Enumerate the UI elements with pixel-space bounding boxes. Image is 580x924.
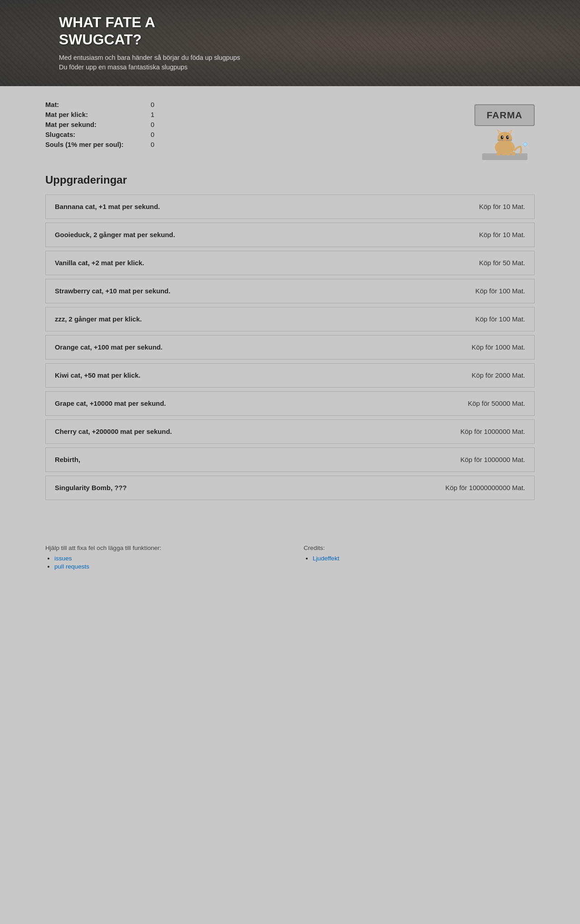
stat-row-souls: Souls (1% mer per soul): 0 <box>45 140 155 150</box>
upgrade-price: Köp för 2000 Mat. <box>472 372 525 379</box>
upgrade-item[interactable]: Kiwi cat, +50 mat per klick.Köp för 2000… <box>45 363 535 388</box>
header: WHAT FATE A SWUGCAT? Med entusiasm och b… <box>0 0 580 86</box>
svg-rect-16 <box>497 152 500 156</box>
upgrade-name: Bannana cat, +1 mat per sekund. <box>55 203 160 210</box>
upgrade-name: Kiwi cat, +50 mat per klick. <box>55 372 140 379</box>
upgrade-name: Rebirth, <box>55 456 80 463</box>
footer: Hjälp till att fixa fel och lägga till f… <box>0 531 580 585</box>
mat-per-sekund-label: Mat per sekund: <box>45 120 151 130</box>
upgrade-price: Köp för 1000000 Mat. <box>460 428 525 435</box>
mat-value: 0 <box>151 100 155 110</box>
upgrade-item[interactable]: Orange cat, +100 mat per sekund.Köp för … <box>45 335 535 360</box>
upgrade-item[interactable]: Grape cat, +10000 mat per sekund.Köp för… <box>45 391 535 416</box>
stats-section: Mat: 0 Mat per klick: 1 Mat per sekund: … <box>45 100 535 160</box>
stat-row-slugcats: Slugcats: 0 <box>45 130 155 140</box>
upgrade-item[interactable]: Cherry cat, +200000 mat per sekund.Köp f… <box>45 419 535 444</box>
stats-table: Mat: 0 Mat per klick: 1 Mat per sekund: … <box>45 100 155 150</box>
footer-credits: Credits: Ljudeffekt <box>304 545 535 571</box>
upgrade-price: Köp för 100 Mat. <box>475 316 525 323</box>
footer-link-item: pull requests <box>54 563 276 570</box>
upgrade-price: Köp för 1000000 Mat. <box>460 456 525 463</box>
svg-point-2 <box>498 132 512 145</box>
upgrade-price: Köp för 10 Mat. <box>479 203 525 210</box>
upgrade-name: Vanilla cat, +2 mat per klick. <box>55 259 144 267</box>
footer-help: Hjälp till att fixa fel och lägga till f… <box>45 545 276 571</box>
svg-point-9 <box>502 136 503 138</box>
upgrade-price: Köp för 10 Mat. <box>479 231 525 238</box>
mat-label: Mat: <box>45 100 151 110</box>
svg-point-11 <box>504 140 506 141</box>
farm-area: FARMA <box>474 104 535 160</box>
main-content: Mat: 0 Mat per klick: 1 Mat per sekund: … <box>0 86 580 517</box>
mat-per-sekund-value: 0 <box>151 120 155 130</box>
upgrade-price: Köp för 100 Mat. <box>475 287 525 295</box>
souls-label: Souls (1% mer per soul): <box>45 140 151 150</box>
svg-marker-20 <box>523 142 527 146</box>
upgrade-item[interactable]: Gooieduck, 2 gånger mat per sekund.Köp f… <box>45 223 535 247</box>
mat-per-klick-value: 1 <box>151 110 155 120</box>
svg-point-8 <box>506 136 509 139</box>
upgrade-price: Köp för 50000 Mat. <box>468 400 525 407</box>
stat-row-mat: Mat: 0 <box>45 100 155 110</box>
svg-rect-17 <box>502 152 505 156</box>
cat-icon <box>482 128 527 160</box>
slugcats-label: Slugcats: <box>45 130 151 140</box>
upgrade-item[interactable]: Rebirth,Köp för 1000000 Mat. <box>45 447 535 472</box>
upgrade-item[interactable]: zzz, 2 gånger mat per klick.Köp för 100 … <box>45 307 535 331</box>
footer-link[interactable]: pull requests <box>54 563 89 570</box>
upgrade-name: Singularity Bomb, ??? <box>55 484 127 491</box>
upgrade-price: Köp för 50 Mat. <box>479 259 525 267</box>
svg-rect-19 <box>512 152 515 156</box>
footer-credit-link[interactable]: Ljudeffekt <box>313 555 339 562</box>
upgrade-name: zzz, 2 gånger mat per klick. <box>55 316 142 323</box>
stat-row-mat-per-klick: Mat per klick: 1 <box>45 110 155 120</box>
slugcats-value: 0 <box>151 130 155 140</box>
upgrade-item[interactable]: Bannana cat, +1 mat per sekund.Köp för 1… <box>45 195 535 219</box>
header-content: WHAT FATE A SWUGCAT? Med entusiasm och b… <box>59 14 240 73</box>
upgrade-price: Köp för 1000 Mat. <box>472 344 525 351</box>
footer-link[interactable]: issues <box>54 555 72 562</box>
svg-point-10 <box>508 136 508 138</box>
header-subtitle: Med entusiasm och bara händer så börjar … <box>59 53 240 73</box>
farm-button[interactable]: FARMA <box>474 104 535 126</box>
upgrade-item[interactable]: Vanilla cat, +2 mat per klick.Köp för 50… <box>45 251 535 275</box>
upgrades-title: Uppgraderingar <box>45 174 535 186</box>
upgrade-item[interactable]: Singularity Bomb, ???Köp för 10000000000… <box>45 476 535 500</box>
upgrade-name: Cherry cat, +200000 mat per sekund. <box>55 428 172 435</box>
upgrade-name: Grape cat, +10000 mat per sekund. <box>55 400 166 407</box>
footer-credits-list: Ljudeffekt <box>304 555 535 562</box>
page-title: WHAT FATE A SWUGCAT? <box>59 14 240 49</box>
upgrade-name: Orange cat, +100 mat per sekund. <box>55 344 163 351</box>
upgrade-name: Strawberry cat, +10 mat per sekund. <box>55 287 170 295</box>
footer-credits-label: Credits: <box>304 545 535 551</box>
upgrade-list: Bannana cat, +1 mat per sekund.Köp för 1… <box>45 195 535 504</box>
souls-value: 0 <box>151 140 155 150</box>
stat-row-mat-per-sekund: Mat per sekund: 0 <box>45 120 155 130</box>
upgrade-name: Gooieduck, 2 gånger mat per sekund. <box>55 231 175 238</box>
upgrade-item[interactable]: Strawberry cat, +10 mat per sekund.Köp f… <box>45 279 535 303</box>
footer-links-list: issuespull requests <box>45 555 276 570</box>
footer-help-label: Hjälp till att fixa fel och lägga till f… <box>45 545 276 551</box>
svg-rect-18 <box>507 152 510 156</box>
upgrade-price: Köp för 10000000000 Mat. <box>445 484 525 491</box>
svg-point-7 <box>501 136 503 139</box>
footer-link-item: issues <box>54 555 276 562</box>
mat-per-klick-label: Mat per klick: <box>45 110 151 120</box>
footer-credit-item: Ljudeffekt <box>313 555 535 562</box>
